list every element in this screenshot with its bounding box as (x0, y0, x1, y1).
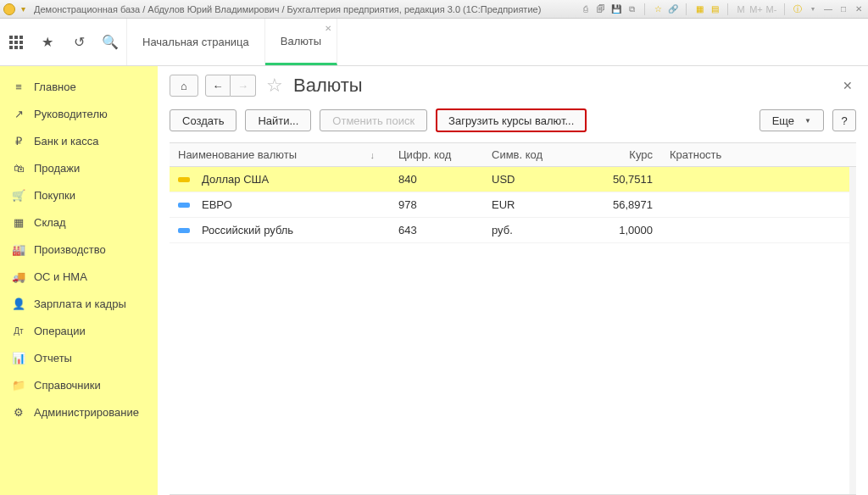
table-row[interactable]: Российский рубль643руб.1,0000 (170, 218, 856, 243)
person-icon: 👤 (12, 297, 25, 310)
sidebar-item-label: Справочники (34, 379, 101, 392)
maximize-icon[interactable]: □ (837, 3, 849, 15)
find-button[interactable]: Найти... (245, 109, 311, 131)
window-titlebar: ▾ Демонстрационная база / Абдулов Юрий В… (0, 0, 868, 19)
calc-mplus[interactable]: M+ (750, 3, 762, 15)
info-dropdown-icon[interactable]: ▾ (807, 3, 819, 15)
cell-ncode: 840 (390, 173, 483, 186)
cell-rate: 1,0000 (559, 224, 661, 236)
row-marker-icon (178, 177, 190, 182)
sidebar-item-label: Продажи (34, 162, 80, 175)
link-icon[interactable]: 🔗 (667, 3, 679, 15)
tab-start-page[interactable]: Начальная страница (127, 19, 265, 65)
sidebar-item-production[interactable]: 🏭Производство (0, 236, 158, 263)
sidebar-item-bank[interactable]: ₽Банк и касса (0, 127, 158, 154)
sidebar-item-assets[interactable]: 🚚ОС и НМА (0, 263, 158, 290)
sidebar-item-label: Зарплата и кадры (34, 298, 126, 310)
page-close-icon[interactable]: ✕ (839, 75, 856, 96)
calendar-icon[interactable]: ▤ (709, 3, 721, 15)
tab-close-icon[interactable]: ✕ (325, 24, 331, 33)
sidebar-item-main[interactable]: ≡Главное (0, 73, 158, 100)
window-title: Демонстрационная база / Абдулов Юрий Вла… (34, 4, 580, 14)
cell-name: Российский рубль (202, 224, 293, 236)
calc-icon[interactable]: ▦ (693, 3, 705, 15)
compare-icon[interactable]: ⧉ (626, 3, 637, 15)
preview-icon[interactable]: 🗐 (595, 3, 607, 15)
history-icon[interactable]: ↺ (70, 34, 87, 51)
cancel-find-button: Отменить поиск (320, 109, 427, 131)
close-icon[interactable]: ✕ (853, 3, 865, 15)
tab-label: Начальная страница (142, 36, 249, 48)
col-name[interactable]: Наименование валюты↓ (170, 148, 390, 161)
barchart-icon: 📊 (12, 351, 25, 364)
sidebar-item-operations[interactable]: ДтОперации (0, 317, 158, 344)
sidebar-item-salary[interactable]: 👤Зарплата и кадры (0, 290, 158, 317)
favorite-star-icon[interactable]: ☆ (266, 75, 283, 97)
tab-currencies[interactable]: Валюты ✕ (265, 19, 337, 65)
cell-rate: 56,8971 (559, 198, 661, 211)
more-button[interactable]: Еще (760, 109, 824, 131)
separator (784, 3, 785, 15)
truck-icon: 🚚 (12, 270, 25, 283)
row-marker-icon (178, 203, 190, 208)
cell-name: Доллар США (202, 173, 269, 186)
sort-indicator-icon: ↓ (370, 150, 382, 160)
table-row[interactable]: ЕВРО978EUR56,8971 (170, 192, 856, 218)
sidebar-item-sales[interactable]: 🛍Продажи (0, 154, 158, 181)
sidebar-item-label: Покупки (34, 189, 75, 202)
search-icon[interactable]: 🔍 (102, 34, 119, 51)
sidebar-item-admin[interactable]: ⚙Администрирование (0, 398, 158, 425)
dropdown-icon[interactable]: ▾ (17, 3, 29, 15)
star-icon[interactable]: ★ (39, 34, 56, 51)
scrollbar[interactable] (849, 167, 856, 494)
forward-button[interactable]: → (231, 75, 256, 97)
cell-name: ЕВРО (202, 198, 232, 211)
bag-icon: 🛍 (12, 161, 25, 175)
load-rates-button[interactable]: Загрузить курсы валют... (436, 108, 587, 132)
col-mult[interactable]: Кратность (661, 148, 856, 161)
tab-label: Валюты (281, 35, 321, 47)
separator (644, 3, 645, 15)
calc-m[interactable]: M (735, 3, 747, 15)
calc-mminus[interactable]: M- (765, 3, 777, 15)
create-button[interactable]: Создать (170, 109, 236, 131)
folder-icon: 📁 (12, 378, 25, 392)
sidebar: ≡Главное ↗Руководителю ₽Банк и касса 🛍Пр… (0, 66, 158, 495)
sidebar-item-warehouse[interactable]: ▦Склад (0, 209, 158, 236)
sidebar-item-label: ОС и НМА (34, 270, 87, 283)
minimize-icon[interactable]: — (822, 3, 834, 15)
sidebar-item-label: Производство (34, 243, 106, 256)
sidebar-item-purchases[interactable]: 🛒Покупки (0, 181, 158, 209)
row-marker-icon (178, 228, 190, 233)
apps-icon[interactable] (8, 34, 25, 51)
favorite-icon[interactable]: ☆ (652, 3, 664, 15)
chart-up-icon: ↗ (12, 107, 25, 120)
sidebar-item-label: Руководителю (34, 108, 108, 120)
cell-rate: 50,7511 (559, 173, 661, 186)
cell-scode: USD (483, 173, 559, 186)
separator (727, 3, 728, 15)
main-icon: ≡ (12, 80, 25, 93)
sidebar-item-reports[interactable]: 📊Отчеты (0, 344, 158, 371)
sidebar-item-catalogs[interactable]: 📁Справочники (0, 371, 158, 398)
col-ncode[interactable]: Цифр. код (390, 148, 483, 161)
table-row[interactable]: Доллар США840USD50,7511 (170, 167, 856, 192)
col-scode[interactable]: Симв. код (483, 148, 559, 161)
save-icon[interactable]: 💾 (610, 3, 622, 15)
currency-grid: Наименование валюты↓ Цифр. код Симв. код… (170, 142, 856, 495)
cart-icon: 🛒 (12, 188, 25, 202)
dtkt-icon: Дт (12, 324, 25, 337)
info-icon[interactable]: ⓘ (792, 3, 804, 15)
print-icon[interactable]: ⎙ (580, 3, 592, 15)
col-rate[interactable]: Курс (559, 148, 661, 161)
cell-scode: EUR (483, 198, 559, 211)
boxes-icon: ▦ (12, 215, 25, 229)
back-button[interactable]: ← (205, 75, 231, 97)
cell-ncode: 643 (390, 224, 483, 236)
help-button[interactable]: ? (832, 109, 856, 131)
home-button[interactable]: ⌂ (170, 75, 198, 97)
factory-icon: 🏭 (12, 242, 25, 256)
page-title: Валюты (293, 75, 832, 97)
top-bar: ★ ↺ 🔍 Начальная страница Валюты ✕ (0, 19, 868, 66)
sidebar-item-manager[interactable]: ↗Руководителю (0, 100, 158, 127)
